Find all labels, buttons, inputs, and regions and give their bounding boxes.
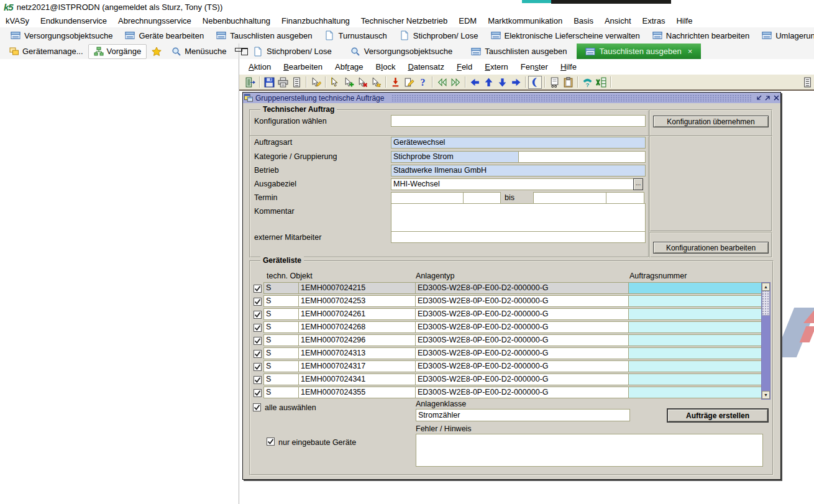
cell-typ[interactable]: S	[263, 360, 302, 372]
doc-dots-icon[interactable]	[547, 76, 561, 89]
tab-tauschlisten-ausgeben-active[interactable]: Tauschlisten ausgeben×	[577, 44, 701, 59]
cell-anlagentyp[interactable]: ED300S-W2E8-0P-E00-D2-000000-G	[415, 387, 631, 398]
externer-mitarbeiter-field[interactable]	[391, 231, 646, 243]
cell-auftragsnummer[interactable]	[628, 373, 765, 385]
cell-techn-objekt[interactable]: 1EMH0007024341	[298, 373, 419, 385]
tab-tauschlisten-ausgeben[interactable]: Tauschlisten ausgeben	[462, 44, 575, 59]
termin-von-zeit-field[interactable]	[463, 192, 501, 204]
scrollbar-thumb[interactable]	[762, 291, 770, 316]
favorite-umlagerung[interactable]: Umlagerung	[756, 30, 814, 40]
cell-typ[interactable]: S	[263, 347, 302, 359]
konfiguration-field[interactable]	[391, 115, 646, 127]
moon-icon[interactable]	[528, 76, 542, 89]
anlagenklasse-field[interactable]: Stromzähler	[416, 409, 630, 421]
tab-close-icon[interactable]: ×	[688, 47, 693, 56]
row-checkbox[interactable]	[254, 298, 262, 306]
scroll-up-icon[interactable]: ▲	[762, 283, 770, 291]
cell-anlagentyp[interactable]: ED300S-W2E8-0P-E00-D2-000000-G	[415, 321, 631, 333]
pencil-paper-icon[interactable]	[402, 76, 416, 89]
row-checkbox[interactable]	[254, 350, 262, 358]
menu-endkundenservice[interactable]: Endkundenservice	[35, 16, 112, 25]
alle-auswaehlen-checkbox[interactable]	[253, 403, 261, 411]
ausgabeziel-lov-button[interactable]: ...	[633, 178, 643, 190]
phone-q-icon[interactable]: ?	[580, 76, 594, 89]
ausgabeziel-field[interactable]: MHI-Wechsel	[391, 178, 637, 190]
menu-edm[interactable]: EDM	[453, 16, 482, 25]
forms-menu-extern[interactable]: Extern	[478, 61, 514, 73]
menu-ansicht[interactable]: Ansicht	[599, 16, 637, 25]
kategorie-field[interactable]: Stichprobe Strom	[391, 151, 520, 163]
cell-techn-objekt[interactable]: 1EMH0007024268	[298, 321, 419, 333]
nav-item-men-suche[interactable]: Menüsuche	[167, 45, 231, 58]
cell-techn-objekt[interactable]: 1EMH0007024296	[298, 334, 419, 346]
nav-item-vorg-nge[interactable]: Vorgänge	[88, 44, 147, 59]
close-icon[interactable]	[772, 94, 780, 102]
cell-auftragsnummer[interactable]	[628, 295, 765, 307]
cell-typ[interactable]: S	[263, 308, 302, 320]
arrow-left-icon[interactable]	[468, 76, 482, 89]
dblright-icon[interactable]	[449, 76, 462, 89]
restore-icon[interactable]	[763, 94, 772, 102]
cell-typ[interactable]: S	[263, 295, 302, 307]
printer-icon[interactable]	[276, 76, 290, 89]
cell-auftragsnummer[interactable]	[628, 334, 765, 346]
cell-techn-objekt[interactable]: 1EMH0007024253	[298, 295, 419, 307]
auftraege-erstellen-button[interactable]: Aufträge erstellen	[667, 408, 769, 423]
cursor-plus-icon[interactable]	[342, 76, 355, 89]
termin-von-datum-field[interactable]	[391, 192, 465, 204]
forms-menu-datensatz[interactable]: Datensatz	[401, 61, 450, 73]
konfiguration-uebernehmen-button[interactable]: Konfiguration übernehmen	[653, 116, 769, 127]
menu-hilfe[interactable]: Hilfe	[670, 16, 698, 25]
cell-techn-objekt[interactable]: 1EMH0007024215	[298, 282, 419, 294]
cell-anlagentyp[interactable]: ED300S-W2E8-0P-E00-D2-000000-G	[415, 295, 631, 307]
cell-anlagentyp[interactable]: ED300S-W2E8-0P-E00-D2-000000-G	[415, 282, 631, 294]
forms-menu-abfrage[interactable]: Abfrage	[329, 61, 370, 73]
cell-techn-objekt[interactable]: 1EMH0007024355	[298, 387, 419, 398]
menu-technischer-netzbetrieb[interactable]: Technischer Netzbetrieb	[355, 16, 453, 25]
question-icon[interactable]: ?	[416, 76, 429, 89]
favorite-elektronische-lieferscheine-verwalten[interactable]: Elektronische Lieferscheine verwalten	[485, 30, 646, 40]
down-underline-icon[interactable]	[388, 76, 402, 89]
tab-stichproben-lose[interactable]: Stichproben/ Lose	[244, 44, 341, 59]
cell-techn-objekt[interactable]: 1EMH0007024317	[298, 360, 419, 372]
cursor-pencil-icon[interactable]	[309, 76, 322, 89]
favorite-turnustausch[interactable]: Turnustausch	[318, 30, 393, 40]
menu-basis[interactable]: Basis	[568, 16, 599, 25]
row-checkbox[interactable]	[254, 324, 262, 332]
cell-typ[interactable]: S	[263, 387, 302, 398]
scroll-down-icon[interactable]: ▼	[762, 391, 770, 399]
cell-techn-objekt[interactable]: 1EMH0007024261	[298, 308, 419, 320]
forms-menu-hilfe[interactable]: Hilfe	[554, 61, 583, 73]
listlines-icon[interactable]	[290, 76, 303, 89]
forms-menu-feld[interactable]: Feld	[450, 61, 478, 73]
kommentar-field[interactable]	[391, 203, 646, 232]
favorite-versorgungsobjektsuche[interactable]: Versorgungsobjektsuche	[4, 30, 119, 40]
forms-menu-fenster[interactable]: Fenster	[514, 61, 554, 73]
konfigurationen-bearbeiten-button[interactable]: Konfigurationen bearbeiten	[653, 242, 769, 254]
cell-anlagentyp[interactable]: ED300S-W2E8-0P-E00-D2-000000-G	[415, 308, 631, 320]
cell-auftragsnummer[interactable]	[628, 360, 765, 372]
nav-star-icon[interactable]	[147, 45, 167, 58]
forms-menu-bearbeiten[interactable]: Bearbeiten	[277, 61, 329, 73]
cell-anlagentyp[interactable]: ED300S-W2E8-0P-E00-D2-000000-G	[415, 373, 631, 385]
gruppierung-field[interactable]	[518, 151, 646, 163]
nur-eingebaute-geraete-checkbox[interactable]	[267, 438, 275, 446]
door-icon[interactable]	[243, 76, 257, 89]
row-checkbox[interactable]	[254, 389, 262, 397]
cursor-highlight-icon[interactable]	[328, 76, 342, 89]
favorite-tauschlisten-ausgeben[interactable]: Tauschlisten ausgeben	[210, 30, 318, 40]
cell-auftragsnummer[interactable]	[628, 282, 765, 294]
cell-typ[interactable]: S	[263, 321, 302, 333]
auftragsart-field[interactable]: Gerätewechsel	[391, 137, 646, 149]
arrow-up-icon[interactable]	[482, 76, 495, 89]
clipboard-icon[interactable]	[561, 76, 575, 89]
menu-finanzbuchhaltung[interactable]: Finanzbuchhaltung	[276, 16, 355, 25]
cell-typ[interactable]: S	[263, 334, 302, 346]
fehler-hinweis-field[interactable]	[416, 434, 763, 467]
menu-extras[interactable]: Extras	[637, 16, 671, 25]
forms-menu-aktion[interactable]: Aktion	[242, 61, 277, 73]
cell-auftragsnummer[interactable]	[628, 321, 765, 333]
tab-versorgungsobjektsuche[interactable]: Versorgungsobjektsuche	[342, 44, 461, 59]
excel-icon[interactable]	[594, 76, 608, 89]
arrow-down-icon[interactable]	[495, 76, 509, 89]
